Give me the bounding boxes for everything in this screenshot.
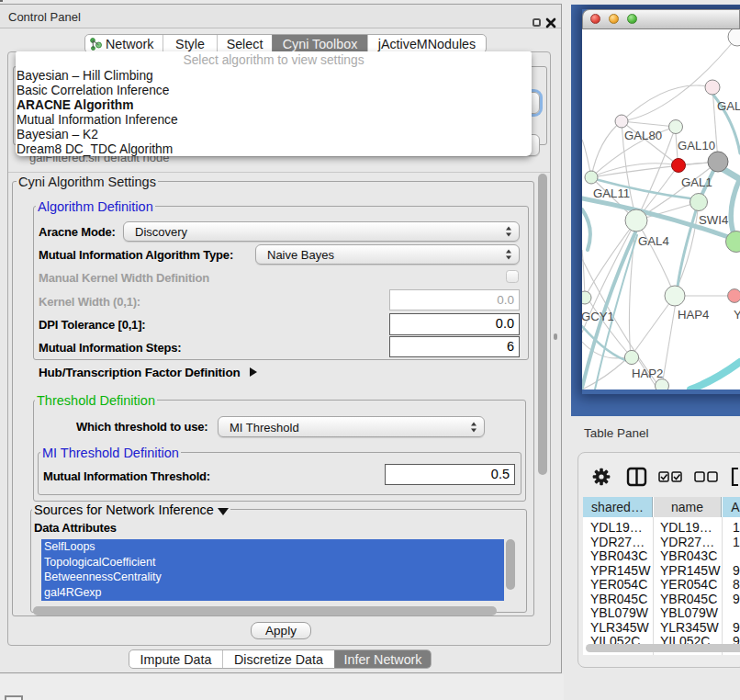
svg-text:GAL10: GAL10 bbox=[678, 139, 715, 152]
svg-text:GCY1: GCY1 bbox=[582, 310, 614, 323]
svg-text:HAP4: HAP4 bbox=[678, 308, 709, 322]
svg-text:Y: Y bbox=[734, 308, 740, 322]
svg-text:GAL7: GAL7 bbox=[717, 99, 740, 113]
svg-text:GAL80: GAL80 bbox=[624, 129, 662, 142]
svg-text:GAL11: GAL11 bbox=[593, 186, 630, 200]
svg-text:SWI4: SWI4 bbox=[699, 213, 728, 227]
svg-text:HAP2: HAP2 bbox=[632, 367, 663, 380]
svg-text:GAL4: GAL4 bbox=[638, 234, 669, 248]
svg-text:GAL1: GAL1 bbox=[681, 175, 712, 189]
